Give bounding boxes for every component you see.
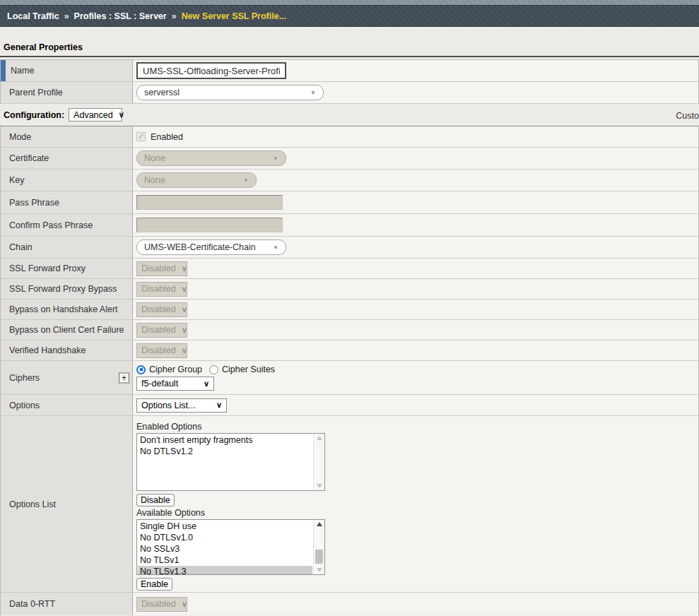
scroll-up-icon[interactable] — [317, 522, 322, 526]
parent-profile-label-cell: Parent Profile — [1, 82, 133, 103]
available-options-title: Available Options — [136, 508, 205, 518]
custom-column-header: Custo — [676, 111, 699, 121]
enable-button[interactable]: Enable — [136, 578, 172, 591]
name-label-cell: Name — [1, 60, 133, 81]
key-label: Key — [9, 175, 25, 185]
ciphers-expand-button[interactable]: + — [119, 372, 129, 383]
chevron-down-icon: ∨ — [119, 110, 124, 119]
table-row: Name — [1, 60, 698, 82]
chevron-down-icon: ∨ — [182, 264, 187, 273]
bypass-on-handshake-alert-label: Bypass on Handshake Alert — [9, 304, 118, 314]
ssl-forward-proxy-bypass-select: Disabled ∨ — [136, 282, 187, 297]
bypass-on-client-cert-failure-label: Bypass on Client Cert Failure — [9, 325, 124, 335]
chevron-down-icon: ∨ — [182, 285, 187, 294]
chevron-down-icon: ▼ — [273, 244, 278, 251]
list-item-selected[interactable]: No TLSv1.3 — [138, 566, 312, 576]
table-row: Mode ✓ Enabled — [1, 126, 698, 148]
table-row: Verified Handshake Disabled ∨ — [1, 340, 698, 361]
configuration-label: Configuration: — [4, 110, 64, 120]
available-options-listbox[interactable]: Single DH use No DTLSv1.0 No SSLv3 No TL… — [136, 519, 325, 576]
ssl-forward-proxy-bypass-label: SSL Forward Proxy Bypass — [9, 284, 117, 294]
table-row: SSL Forward Proxy Bypass Disabled ∨ — [1, 279, 698, 300]
options-list-label: Options List — [9, 499, 56, 509]
scrollbar-thumb[interactable] — [315, 550, 323, 564]
chain-label: Chain — [9, 242, 33, 252]
breadcrumb: Local Traffic » Profiles : SSL : Server … — [0, 6, 699, 27]
breadcrumb-separator-icon: » — [64, 11, 69, 21]
mode-label: Mode — [9, 132, 31, 142]
certificate-label: Certificate — [9, 153, 49, 163]
chevron-down-icon: ∨ — [182, 600, 187, 609]
list-item[interactable]: No DTLSv1.0 — [138, 532, 312, 543]
chevron-down-icon: ▼ — [243, 177, 249, 184]
table-row: Bypass on Client Cert Failure Disabled ∨ — [1, 320, 698, 340]
scroll-down-icon[interactable] — [317, 484, 322, 488]
scroll-up-icon[interactable] — [317, 436, 322, 440]
mode-enabled-checkbox: ✓ — [136, 132, 146, 141]
enabled-options-listbox[interactable]: Don't insert empty fragments No DTLSv1.2 — [136, 433, 325, 491]
cipher-group-radio-label: Cipher Group — [149, 365, 202, 374]
bypass-on-handshake-alert-select: Disabled ∨ — [136, 302, 187, 317]
breadcrumb-separator-icon: » — [172, 11, 177, 21]
table-row: Options Options List... ∨ — [1, 395, 698, 416]
chevron-down-icon: ∨ — [182, 305, 187, 314]
bypass-on-client-cert-failure-select: Disabled ∨ — [136, 323, 187, 338]
table-row: Bypass on Handshake Alert Disabled ∨ — [1, 300, 698, 320]
confirm-pass-phrase-label: Confirm Pass Phrase — [9, 220, 93, 230]
certificate-select: None ▼ — [136, 150, 286, 166]
list-item[interactable]: No SSLv3 — [138, 543, 312, 555]
pass-phrase-input — [136, 195, 283, 210]
ssl-forward-proxy-label: SSL Forward Proxy — [9, 263, 86, 273]
breadcrumb-item-local-traffic[interactable]: Local Traffic — [7, 11, 59, 21]
cipher-group-select[interactable]: f5-default ∨ — [136, 377, 214, 391]
table-row: Chain UMS-WEB-Certificate-Chain ▼ — [1, 237, 698, 259]
check-icon: ✓ — [138, 132, 144, 141]
data-0rtt-label: Data 0-RTT — [9, 599, 55, 609]
verified-handshake-label: Verified Handshake — [9, 345, 86, 355]
chevron-down-icon: ∨ — [204, 379, 209, 389]
configuration-level-select[interactable]: Advanced ∨ — [69, 108, 122, 122]
cipher-suites-radio[interactable] — [209, 365, 218, 374]
options-select[interactable]: Options List... ∨ — [136, 398, 227, 413]
enabled-options-title: Enabled Options — [136, 422, 201, 432]
data-0rtt-select: Disabled ∨ — [136, 597, 187, 612]
parent-profile-select[interactable]: serverssl ▼ — [136, 85, 324, 100]
list-item[interactable]: No DTLSv1.2 — [138, 446, 312, 457]
name-label: Name — [11, 66, 34, 76]
general-properties-heading: General Properties — [0, 42, 699, 57]
chevron-down-icon: ∨ — [182, 346, 187, 355]
disable-button[interactable]: Disable — [136, 494, 175, 507]
options-label: Options — [9, 401, 40, 410]
table-row: SSL Forward Proxy Disabled ∨ — [1, 259, 698, 279]
enabled-options-scrollbar[interactable] — [313, 434, 324, 490]
cipher-suites-radio-label: Cipher Suites — [222, 365, 275, 374]
chevron-down-icon: ▼ — [273, 155, 278, 162]
name-value-cell — [133, 60, 698, 81]
cipher-group-radio[interactable] — [136, 365, 146, 374]
name-input[interactable] — [136, 62, 286, 79]
mode-checkbox-label: Enabled — [151, 132, 183, 142]
chevron-down-icon: ∨ — [182, 326, 187, 335]
table-row: Confirm Pass Phrase — [1, 214, 698, 237]
available-options-scrollbar[interactable] — [313, 520, 324, 575]
list-item[interactable]: No TLSv1 — [138, 555, 312, 566]
breadcrumb-current-page: New Server SSL Profile... — [182, 11, 286, 21]
table-row: Key None ▼ — [1, 170, 698, 191]
ciphers-label: Ciphers — [9, 373, 40, 383]
breadcrumb-item-profiles-ssl-server[interactable]: Profiles : SSL : Server — [74, 11, 167, 21]
list-item[interactable]: Single DH use — [138, 521, 312, 532]
general-properties-table: Name Parent Profile serverssl ▼ — [0, 59, 699, 104]
list-item[interactable]: Don't insert empty fragments — [138, 434, 312, 446]
verified-handshake-select: Disabled ∨ — [136, 343, 187, 358]
table-row: Parent Profile serverssl ▼ — [1, 82, 698, 104]
ssl-forward-proxy-select: Disabled ∨ — [136, 261, 187, 276]
table-row: Ciphers + Cipher Group Cipher Suites f5-… — [1, 361, 698, 395]
parent-profile-value-cell: serverssl ▼ — [133, 82, 698, 103]
chain-select[interactable]: UMS-WEB-Certificate-Chain ▼ — [136, 239, 286, 255]
table-row: Pass Phrase — [1, 191, 698, 214]
pass-phrase-label: Pass Phrase — [9, 198, 59, 208]
scroll-down-icon[interactable] — [317, 568, 322, 572]
required-field-indicator — [1, 60, 6, 81]
configuration-table: Mode ✓ Enabled Certificate None ▼ Key No… — [0, 126, 699, 615]
topbar-accent-strip — [0, 0, 699, 6]
